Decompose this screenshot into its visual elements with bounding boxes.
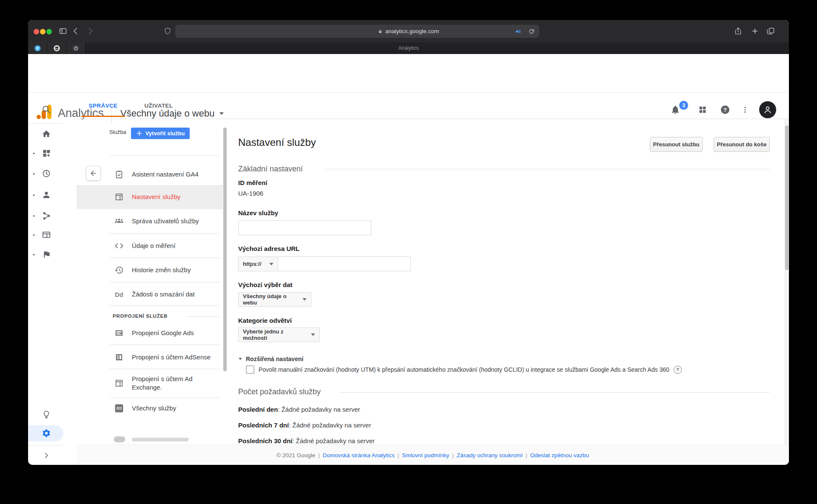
footer-link[interactable]: Domovská stránka Analytics xyxy=(323,452,395,458)
pinned-tab-1[interactable] xyxy=(28,43,47,54)
tab-správce[interactable]: SPRÁVCE xyxy=(75,93,131,119)
menu-item[interactable]: Asistent nastavení GA4 xyxy=(77,162,223,187)
default-url-label: Výchozí adresa URL xyxy=(238,245,299,252)
share-icon[interactable] xyxy=(733,26,743,36)
industry-label: Kategorie odvětví xyxy=(238,317,292,324)
forward-icon[interactable] xyxy=(85,26,95,36)
expand-arrow-icon[interactable]: ▸ xyxy=(33,253,37,256)
menu-item-label: Všechny služby xyxy=(132,404,176,413)
menu-scrollbar[interactable] xyxy=(223,128,227,371)
reload-icon[interactable] xyxy=(528,28,535,35)
expand-arrow-icon[interactable]: ▸ xyxy=(33,193,37,196)
notification-badge: 3 xyxy=(679,101,688,110)
hits-section-rule xyxy=(340,392,770,393)
property-name-input[interactable] xyxy=(238,220,371,235)
clipped-menu-label xyxy=(132,438,189,441)
menu-item[interactable]: Správa uživatelů služby xyxy=(77,209,223,233)
pinned-tab-3[interactable] xyxy=(66,43,85,54)
expand-arrow-icon[interactable]: ▸ xyxy=(33,233,37,236)
manual-tagging-label: Povolit manuální značkování (hodnoty UTM… xyxy=(259,366,669,373)
menu-item[interactable]: Propojení s účtem AdSense xyxy=(77,345,223,370)
menu-divider xyxy=(110,398,219,398)
help-tooltip-icon[interactable]: ? xyxy=(674,366,682,374)
audience-person-icon[interactable] xyxy=(42,190,51,199)
pinned-tab-2[interactable] xyxy=(47,43,66,54)
chevron-down-icon xyxy=(302,298,307,301)
page-scrollbar[interactable] xyxy=(785,125,789,270)
rail-divider xyxy=(28,445,63,446)
menu-item[interactable]: DdŽádosti o smazání dat xyxy=(77,282,223,307)
menu-divider xyxy=(110,369,219,369)
basic-settings-title: Základní nastavení xyxy=(238,165,303,174)
search-icon[interactable] xyxy=(42,105,51,114)
default-view-label: Výchozí výběr dat xyxy=(238,281,293,288)
default-view-select[interactable]: Všechny údaje o webu xyxy=(238,292,311,307)
insights-lightbulb-icon[interactable] xyxy=(42,410,51,419)
realtime-clock-icon[interactable] xyxy=(42,169,51,178)
default-url-input[interactable] xyxy=(278,256,411,271)
close-window-button[interactable] xyxy=(34,29,39,34)
menu-item[interactable]: Historie změn služby xyxy=(77,258,223,282)
news-favicon xyxy=(34,45,41,52)
footer-separator: | xyxy=(526,452,527,458)
create-property-button[interactable]: Vytvořit službu xyxy=(131,128,190,139)
admin-gear-icon[interactable] xyxy=(42,428,51,438)
apps-grid-icon[interactable] xyxy=(697,104,709,116)
menu-item-label: Propojení s účtem Ad Exchange. xyxy=(132,375,223,392)
menu-divider xyxy=(110,258,219,258)
sidebar-toggle-icon[interactable] xyxy=(58,26,68,36)
url-bar[interactable]: analytics.google.com xyxy=(175,25,539,38)
audio-speaker-icon[interactable] xyxy=(515,28,522,35)
dd-icon: Dd xyxy=(114,289,124,299)
desktop: { "browser": { "url": "analytics.google.… xyxy=(0,0,817,504)
shield-icon[interactable] xyxy=(162,26,173,36)
advanced-settings-toggle[interactable]: Rozšířená nastavení xyxy=(238,356,303,362)
footer-link[interactable]: Smluvní podmínky xyxy=(402,452,449,458)
menu-item[interactable]: Údaje o měření xyxy=(77,234,223,258)
move-to-trash-button[interactable]: Přesunout do koše xyxy=(714,137,770,152)
column-label: Služba xyxy=(109,129,126,135)
industry-select[interactable]: Vyberte jednu z možností xyxy=(238,327,320,342)
menu-item[interactable]: Propojení Google Ads xyxy=(77,321,223,345)
page-title: Nastavení služby xyxy=(238,137,316,148)
expand-arrow-icon[interactable]: ▸ xyxy=(33,214,37,217)
collapse-chevron-icon[interactable] xyxy=(42,451,51,460)
behavior-window-icon[interactable] xyxy=(42,230,51,239)
url-scheme-select[interactable]: https:// xyxy=(238,256,278,271)
expand-arrow-icon[interactable]: ▸ xyxy=(33,172,37,175)
menu-item[interactable]: Všechny služby xyxy=(77,396,223,421)
new-tab-icon[interactable]: + xyxy=(750,26,760,36)
zoom-window-button[interactable] xyxy=(46,29,52,34)
footer-link[interactable]: Zásady ochrany soukromí xyxy=(457,452,523,458)
menu-item[interactable]: Propojení s účtem Ad Exchange. xyxy=(77,371,223,396)
chevron-down-icon xyxy=(311,333,315,336)
manual-tagging-checkbox[interactable] xyxy=(246,365,254,374)
section-header: PROPOJENÍ SLUŽEB xyxy=(113,313,168,319)
ads-icon xyxy=(114,328,124,338)
active-tab-title: Analytics xyxy=(28,43,789,54)
acquisition-share-icon[interactable] xyxy=(42,211,51,220)
plus-icon xyxy=(136,130,142,137)
footer-link[interactable]: Odeslat zpětnou vazbu xyxy=(530,452,589,458)
tracking-id-label: ID měření xyxy=(238,179,267,186)
menu-item[interactable]: Nastavení služby xyxy=(77,185,223,209)
more-vert-icon[interactable] xyxy=(739,104,751,116)
code-icon xyxy=(114,241,124,251)
browser-tabstrip: Analytics xyxy=(28,43,789,54)
menu-item-label: Asistent nastavení GA4 xyxy=(132,170,199,179)
expand-arrow-icon[interactable]: ▸ xyxy=(33,151,37,155)
customization-icon[interactable] xyxy=(42,148,51,158)
move-property-button[interactable]: Přesunout službu xyxy=(650,137,703,152)
account-avatar[interactable] xyxy=(759,101,776,118)
tab-uživatel[interactable]: UŽIVATEL xyxy=(131,93,186,119)
back-icon[interactable] xyxy=(71,26,81,36)
menu-divider xyxy=(110,155,219,156)
home-icon[interactable] xyxy=(42,129,51,139)
footer-separator: | xyxy=(398,452,399,458)
basic-settings-rule xyxy=(326,169,770,169)
minimize-window-button[interactable] xyxy=(40,29,46,34)
help-icon[interactable]: ? xyxy=(719,104,731,116)
tab-overview-icon[interactable] xyxy=(766,26,776,36)
section-header-rule xyxy=(186,316,219,317)
conversions-flag-icon[interactable] xyxy=(42,250,51,259)
